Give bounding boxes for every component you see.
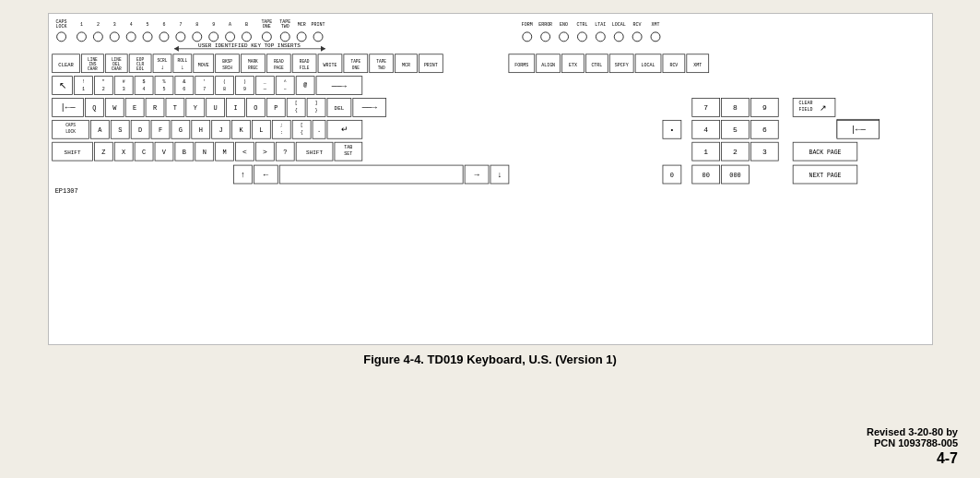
svg-text:↓: ↓	[159, 64, 163, 71]
svg-text:9: 9	[762, 103, 766, 112]
svg-text:#: #	[122, 79, 124, 84]
svg-text:WRITE: WRITE	[323, 63, 337, 67]
svg-text:F: F	[158, 126, 161, 134]
svg-text:]: ]	[314, 101, 317, 105]
svg-text:;: ;	[279, 123, 282, 127]
svg-text::: :	[279, 130, 282, 135]
svg-text:H: H	[198, 126, 202, 134]
svg-text:ONE: ONE	[262, 24, 270, 29]
svg-text:BKSP: BKSP	[222, 59, 232, 64]
svg-text:{: {	[300, 130, 302, 135]
svg-point-44	[596, 32, 605, 42]
svg-point-22	[225, 32, 234, 42]
svg-text:→: →	[474, 171, 479, 180]
svg-text:N: N	[202, 149, 206, 156]
svg-text:}: }	[314, 108, 317, 113]
svg-text:D: D	[138, 126, 142, 134]
svg-text:MCR: MCR	[297, 22, 305, 27]
svg-text:J: J	[218, 126, 222, 134]
svg-text:S: S	[118, 126, 122, 134]
pcn-text: PCN 1093788-005	[867, 437, 958, 448]
svg-text:3: 3	[762, 148, 766, 156]
svg-text:——→: ——→	[330, 82, 347, 91]
svg-text:A: A	[229, 22, 231, 27]
svg-text:TWO: TWO	[377, 66, 384, 70]
svg-text:MOVE: MOVE	[197, 63, 208, 67]
svg-text:_: _	[262, 79, 266, 84]
svg-text:DEL: DEL	[334, 105, 344, 112]
svg-text:MCR: MCR	[402, 63, 410, 67]
svg-text:↑: ↑	[240, 171, 244, 180]
svg-text:↗: ↗	[819, 104, 826, 114]
svg-text:C: C	[142, 149, 146, 156]
svg-point-8	[110, 32, 119, 42]
svg-text:B: B	[244, 22, 247, 27]
svg-text:3: 3	[112, 22, 115, 27]
svg-text:PRINT: PRINT	[423, 63, 437, 67]
svg-text:0: 0	[669, 172, 673, 179]
svg-point-48	[632, 32, 642, 42]
svg-text:T: T	[172, 104, 176, 112]
svg-text:~: ~	[283, 87, 286, 91]
svg-text:[: [	[294, 101, 297, 105]
svg-text:>: >	[262, 148, 266, 156]
svg-text:|←—: |←—	[850, 125, 866, 135]
svg-text:7: 7	[703, 103, 708, 112]
svg-text:RREC: RREC	[248, 66, 258, 70]
svg-text:M: M	[222, 149, 226, 156]
svg-text:I: I	[233, 104, 237, 112]
svg-text:!: !	[81, 79, 84, 84]
svg-text:O: O	[254, 104, 257, 112]
svg-text:NEXT PAGE: NEXT PAGE	[809, 173, 841, 179]
svg-point-34	[313, 32, 323, 42]
svg-text:SRCH: SRCH	[222, 66, 232, 70]
svg-text:LOCK: LOCK	[65, 129, 76, 134]
svg-text:8: 8	[733, 103, 738, 112]
svg-text:2: 2	[96, 22, 99, 27]
keyboard-diagram: CAPS LOCK 1 2 3 4 5 6 7 8 9 A B TAPE ONE…	[48, 13, 933, 345]
svg-text:SCRL: SCRL	[157, 58, 167, 63]
svg-text:1: 1	[703, 148, 708, 156]
svg-text:FIELD: FIELD	[798, 107, 812, 112]
svg-text:8: 8	[223, 87, 226, 91]
svg-text:Z: Z	[101, 149, 105, 156]
svg-text:TAB: TAB	[344, 145, 352, 149]
svg-point-2	[56, 32, 65, 42]
svg-text:FORM: FORM	[521, 22, 532, 27]
svg-text:(: (	[223, 79, 226, 84]
svg-text:CLEAR: CLEAR	[58, 62, 74, 68]
svg-text:": "	[101, 79, 104, 84]
svg-text:XMT: XMT	[651, 22, 659, 27]
svg-point-6	[93, 32, 102, 42]
svg-text:4: 4	[142, 87, 145, 91]
svg-text:ONE: ONE	[351, 66, 359, 70]
svg-point-14	[159, 32, 169, 42]
svg-text:CHAR: CHAR	[88, 66, 98, 71]
svg-point-4	[77, 32, 86, 42]
svg-text:2: 2	[733, 148, 738, 156]
svg-text:8: 8	[195, 22, 198, 27]
svg-text:FORMS: FORMS	[514, 63, 528, 67]
svg-text:LTAI: LTAI	[595, 22, 606, 27]
svg-text:^: ^	[283, 79, 286, 84]
svg-point-27	[262, 32, 271, 42]
svg-text:↖: ↖	[58, 81, 65, 91]
revised-text: Revised 3-20-80 by	[867, 426, 958, 437]
svg-text:PAGE: PAGE	[273, 66, 283, 70]
svg-text:[: [	[300, 123, 302, 127]
svg-point-36	[522, 32, 531, 42]
svg-marker-52	[173, 46, 178, 52]
svg-text:SET: SET	[344, 151, 352, 156]
svg-text:': '	[203, 79, 206, 84]
svg-text:←: ←	[263, 171, 268, 180]
svg-text:RCV: RCV	[669, 63, 678, 67]
svg-point-50	[651, 32, 660, 42]
svg-text:TAPE: TAPE	[350, 59, 360, 64]
svg-text:LOCAL: LOCAL	[641, 63, 655, 67]
svg-text:7: 7	[179, 22, 182, 27]
svg-text:USER IDENTIFIED KEY TOP INSERT: USER IDENTIFIED KEY TOP INSERTS	[198, 42, 301, 49]
svg-point-24	[242, 32, 251, 42]
svg-text:1: 1	[81, 87, 84, 91]
svg-text:EOL: EOL	[136, 66, 144, 71]
svg-text:CLEAR: CLEAR	[798, 101, 812, 105]
